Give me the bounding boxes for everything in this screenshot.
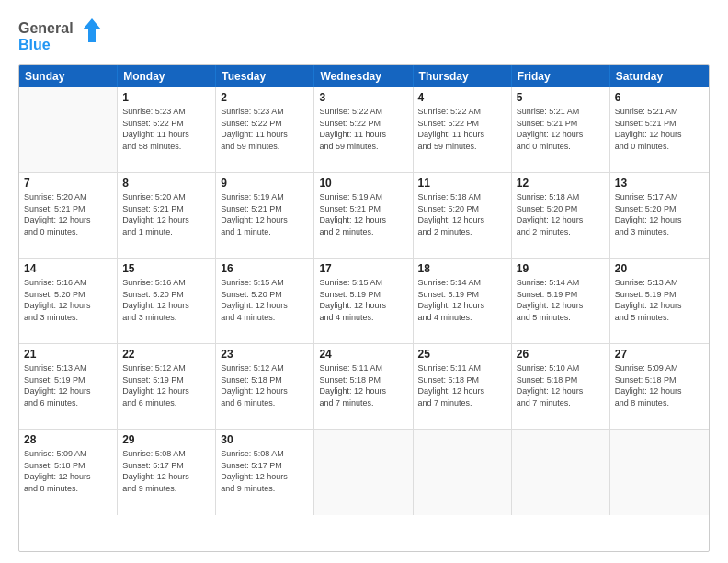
calendar-day-18: 18Sunrise: 5:14 AM Sunset: 5:19 PM Dayli… bbox=[414, 259, 512, 343]
day-info: Sunrise: 5:17 AM Sunset: 5:20 PM Dayligh… bbox=[615, 191, 704, 237]
day-number: 5 bbox=[517, 91, 605, 104]
calendar-day-13: 13Sunrise: 5:17 AM Sunset: 5:20 PM Dayli… bbox=[610, 173, 709, 258]
calendar-body: 1Sunrise: 5:23 AM Sunset: 5:22 PM Daylig… bbox=[19, 87, 709, 515]
calendar-row-2: 14Sunrise: 5:16 AM Sunset: 5:20 PM Dayli… bbox=[19, 259, 709, 344]
day-info: Sunrise: 5:08 AM Sunset: 5:17 PM Dayligh… bbox=[221, 448, 309, 494]
calendar-day-25: 25Sunrise: 5:11 AM Sunset: 5:18 PM Dayli… bbox=[414, 344, 512, 429]
calendar-day-14: 14Sunrise: 5:16 AM Sunset: 5:20 PM Dayli… bbox=[19, 259, 118, 343]
calendar-day-19: 19Sunrise: 5:14 AM Sunset: 5:19 PM Dayli… bbox=[512, 259, 610, 343]
day-info: Sunrise: 5:20 AM Sunset: 5:21 PM Dayligh… bbox=[122, 191, 210, 237]
calendar-day-4: 4Sunrise: 5:22 AM Sunset: 5:22 PM Daylig… bbox=[414, 87, 512, 172]
day-number: 14 bbox=[24, 262, 112, 275]
calendar-day-2: 2Sunrise: 5:23 AM Sunset: 5:22 PM Daylig… bbox=[216, 87, 314, 172]
day-number: 23 bbox=[221, 348, 309, 361]
calendar-day-27: 27Sunrise: 5:09 AM Sunset: 5:18 PM Dayli… bbox=[610, 344, 709, 429]
calendar-header: SundayMondayTuesdayWednesdayThursdayFrid… bbox=[19, 65, 709, 87]
calendar-day-24: 24Sunrise: 5:11 AM Sunset: 5:18 PM Dayli… bbox=[314, 344, 413, 429]
svg-marker-2 bbox=[83, 18, 101, 42]
calendar-empty-cell bbox=[414, 430, 512, 515]
day-number: 27 bbox=[615, 348, 704, 361]
day-info: Sunrise: 5:23 AM Sunset: 5:22 PM Dayligh… bbox=[221, 106, 309, 152]
day-number: 29 bbox=[122, 433, 210, 446]
day-info: Sunrise: 5:22 AM Sunset: 5:22 PM Dayligh… bbox=[418, 106, 506, 152]
day-info: Sunrise: 5:18 AM Sunset: 5:20 PM Dayligh… bbox=[418, 191, 506, 237]
day-number: 4 bbox=[418, 91, 506, 104]
calendar-day-5: 5Sunrise: 5:21 AM Sunset: 5:21 PM Daylig… bbox=[512, 87, 610, 172]
day-info: Sunrise: 5:16 AM Sunset: 5:20 PM Dayligh… bbox=[24, 277, 112, 323]
calendar-day-10: 10Sunrise: 5:19 AM Sunset: 5:21 PM Dayli… bbox=[314, 173, 413, 258]
calendar-day-23: 23Sunrise: 5:12 AM Sunset: 5:18 PM Dayli… bbox=[216, 344, 314, 429]
day-info: Sunrise: 5:14 AM Sunset: 5:19 PM Dayligh… bbox=[517, 277, 605, 323]
calendar-empty-cell bbox=[19, 87, 118, 172]
day-info: Sunrise: 5:13 AM Sunset: 5:19 PM Dayligh… bbox=[24, 362, 112, 408]
day-info: Sunrise: 5:12 AM Sunset: 5:19 PM Dayligh… bbox=[122, 362, 210, 408]
weekday-header-tuesday: Tuesday bbox=[216, 65, 314, 87]
weekday-header-monday: Monday bbox=[118, 65, 216, 87]
day-info: Sunrise: 5:15 AM Sunset: 5:20 PM Dayligh… bbox=[221, 277, 309, 323]
day-number: 26 bbox=[517, 348, 605, 361]
day-info: Sunrise: 5:09 AM Sunset: 5:18 PM Dayligh… bbox=[24, 448, 112, 494]
calendar-day-22: 22Sunrise: 5:12 AM Sunset: 5:19 PM Dayli… bbox=[118, 344, 216, 429]
weekday-header-sunday: Sunday bbox=[19, 65, 118, 87]
calendar-day-11: 11Sunrise: 5:18 AM Sunset: 5:20 PM Dayli… bbox=[414, 173, 512, 258]
day-number: 28 bbox=[24, 433, 112, 446]
calendar: SundayMondayTuesdayWednesdayThursdayFrid… bbox=[18, 64, 710, 552]
logo: General Blue bbox=[18, 17, 101, 55]
day-number: 24 bbox=[319, 348, 407, 361]
day-info: Sunrise: 5:19 AM Sunset: 5:21 PM Dayligh… bbox=[319, 191, 407, 237]
day-number: 7 bbox=[24, 177, 112, 190]
weekday-header-saturday: Saturday bbox=[610, 65, 709, 87]
calendar-day-26: 26Sunrise: 5:10 AM Sunset: 5:18 PM Dayli… bbox=[512, 344, 610, 429]
day-info: Sunrise: 5:13 AM Sunset: 5:19 PM Dayligh… bbox=[615, 277, 704, 323]
day-number: 11 bbox=[418, 177, 506, 190]
calendar-day-15: 15Sunrise: 5:16 AM Sunset: 5:20 PM Dayli… bbox=[118, 259, 216, 343]
day-number: 13 bbox=[615, 177, 704, 190]
calendar-empty-cell bbox=[512, 430, 610, 515]
day-info: Sunrise: 5:18 AM Sunset: 5:20 PM Dayligh… bbox=[517, 191, 605, 237]
day-info: Sunrise: 5:11 AM Sunset: 5:18 PM Dayligh… bbox=[418, 362, 506, 408]
svg-text:Blue: Blue bbox=[18, 37, 51, 52]
day-number: 30 bbox=[221, 433, 309, 446]
calendar-day-29: 29Sunrise: 5:08 AM Sunset: 5:17 PM Dayli… bbox=[118, 430, 216, 515]
day-info: Sunrise: 5:23 AM Sunset: 5:22 PM Dayligh… bbox=[122, 106, 210, 152]
day-info: Sunrise: 5:14 AM Sunset: 5:19 PM Dayligh… bbox=[418, 277, 506, 323]
day-number: 15 bbox=[122, 262, 210, 275]
day-number: 2 bbox=[221, 91, 309, 104]
day-number: 20 bbox=[615, 262, 704, 275]
day-number: 10 bbox=[319, 177, 407, 190]
day-number: 1 bbox=[122, 91, 210, 104]
day-number: 25 bbox=[418, 348, 506, 361]
calendar-day-6: 6Sunrise: 5:21 AM Sunset: 5:21 PM Daylig… bbox=[610, 87, 709, 172]
calendar-empty-cell bbox=[610, 430, 709, 515]
day-info: Sunrise: 5:21 AM Sunset: 5:21 PM Dayligh… bbox=[517, 106, 605, 152]
calendar-day-3: 3Sunrise: 5:22 AM Sunset: 5:22 PM Daylig… bbox=[314, 87, 413, 172]
calendar-row-4: 28Sunrise: 5:09 AM Sunset: 5:18 PM Dayli… bbox=[19, 430, 709, 515]
weekday-header-wednesday: Wednesday bbox=[314, 65, 413, 87]
calendar-day-7: 7Sunrise: 5:20 AM Sunset: 5:21 PM Daylig… bbox=[19, 173, 118, 258]
day-info: Sunrise: 5:15 AM Sunset: 5:19 PM Dayligh… bbox=[319, 277, 407, 323]
calendar-row-0: 1Sunrise: 5:23 AM Sunset: 5:22 PM Daylig… bbox=[19, 87, 709, 173]
calendar-day-30: 30Sunrise: 5:08 AM Sunset: 5:17 PM Dayli… bbox=[216, 430, 314, 515]
day-number: 21 bbox=[24, 348, 112, 361]
day-number: 6 bbox=[615, 91, 704, 104]
day-info: Sunrise: 5:21 AM Sunset: 5:21 PM Dayligh… bbox=[615, 106, 704, 152]
weekday-header-thursday: Thursday bbox=[414, 65, 512, 87]
calendar-row-3: 21Sunrise: 5:13 AM Sunset: 5:19 PM Dayli… bbox=[19, 344, 709, 430]
day-info: Sunrise: 5:19 AM Sunset: 5:21 PM Dayligh… bbox=[221, 191, 309, 237]
day-number: 18 bbox=[418, 262, 506, 275]
calendar-day-9: 9Sunrise: 5:19 AM Sunset: 5:21 PM Daylig… bbox=[216, 173, 314, 258]
day-number: 12 bbox=[517, 177, 605, 190]
day-info: Sunrise: 5:11 AM Sunset: 5:18 PM Dayligh… bbox=[319, 362, 407, 408]
day-info: Sunrise: 5:16 AM Sunset: 5:20 PM Dayligh… bbox=[122, 277, 210, 323]
calendar-day-8: 8Sunrise: 5:20 AM Sunset: 5:21 PM Daylig… bbox=[118, 173, 216, 258]
calendar-day-16: 16Sunrise: 5:15 AM Sunset: 5:20 PM Dayli… bbox=[216, 259, 314, 343]
calendar-empty-cell bbox=[314, 430, 413, 515]
logo-svg: General Blue bbox=[18, 17, 101, 55]
day-number: 8 bbox=[122, 177, 210, 190]
day-info: Sunrise: 5:12 AM Sunset: 5:18 PM Dayligh… bbox=[221, 362, 309, 408]
day-info: Sunrise: 5:08 AM Sunset: 5:17 PM Dayligh… bbox=[122, 448, 210, 494]
calendar-day-1: 1Sunrise: 5:23 AM Sunset: 5:22 PM Daylig… bbox=[118, 87, 216, 172]
day-number: 17 bbox=[319, 262, 407, 275]
header: General Blue bbox=[18, 17, 710, 55]
calendar-day-28: 28Sunrise: 5:09 AM Sunset: 5:18 PM Dayli… bbox=[19, 430, 118, 515]
